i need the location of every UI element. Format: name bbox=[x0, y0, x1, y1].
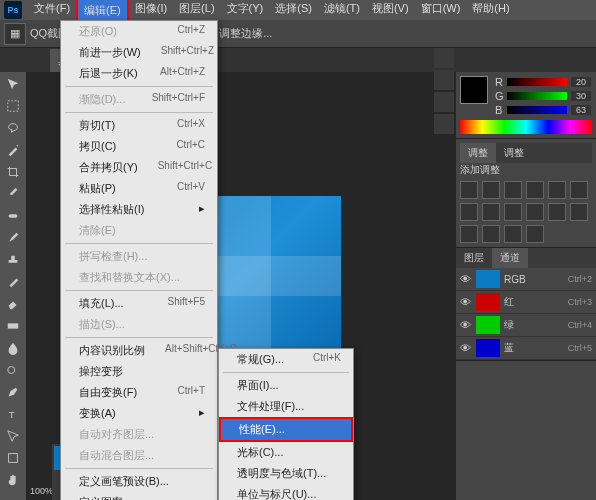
lasso-tool[interactable] bbox=[2, 118, 24, 138]
adj-icon[interactable] bbox=[548, 203, 566, 221]
menu-6[interactable]: 滤镜(T) bbox=[318, 0, 366, 23]
r-value[interactable]: 20 bbox=[571, 77, 591, 87]
adj-icon[interactable] bbox=[482, 225, 500, 243]
menu-item[interactable]: 后退一步(K)Alt+Ctrl+Z bbox=[61, 63, 217, 84]
adjust-tab[interactable]: 调整 bbox=[460, 143, 496, 163]
brush-tool[interactable] bbox=[2, 228, 24, 248]
foreground-swatch[interactable] bbox=[460, 76, 488, 104]
r-slider[interactable] bbox=[507, 78, 567, 86]
b-slider[interactable] bbox=[507, 106, 567, 114]
menu-item: 自动混合图层... bbox=[61, 445, 217, 466]
adj-icon[interactable] bbox=[482, 203, 500, 221]
heal-tool[interactable] bbox=[2, 206, 24, 226]
channel-row[interactable]: 👁红Ctrl+3 bbox=[456, 291, 596, 314]
visibility-icon[interactable]: 👁 bbox=[460, 296, 472, 308]
shape-tool[interactable] bbox=[2, 448, 24, 468]
adj-icon[interactable] bbox=[548, 181, 566, 199]
menu-5[interactable]: 选择(S) bbox=[269, 0, 318, 23]
menu-item[interactable]: 选择性粘贴(I)▸ bbox=[61, 199, 217, 220]
menu-item[interactable]: 单位与标尺(U)... bbox=[219, 484, 353, 500]
visibility-icon[interactable]: 👁 bbox=[460, 273, 472, 285]
hand-tool[interactable] bbox=[2, 470, 24, 490]
menu-item[interactable]: 界面(I)... bbox=[219, 375, 353, 396]
adj-icon[interactable] bbox=[570, 181, 588, 199]
adj-icon[interactable] bbox=[460, 203, 478, 221]
gradient-tool[interactable] bbox=[2, 316, 24, 336]
adjust-tab-2[interactable]: 调整 bbox=[496, 143, 532, 163]
svg-text:T: T bbox=[9, 409, 15, 420]
channel-row[interactable]: 👁RGBCtrl+2 bbox=[456, 268, 596, 291]
menu-item[interactable]: 自由变换(F)Ctrl+T bbox=[61, 382, 217, 403]
menu-8[interactable]: 窗口(W) bbox=[415, 0, 467, 23]
adj-icon[interactable] bbox=[460, 225, 478, 243]
title-bar: Ps 文件(F)编辑(E)图像(I)图层(L)文字(Y)选择(S)滤镜(T)视图… bbox=[0, 0, 596, 20]
wand-tool[interactable] bbox=[2, 140, 24, 160]
channel-row[interactable]: 👁蓝Ctrl+5 bbox=[456, 337, 596, 360]
menu-item[interactable]: 透明度与色域(T)... bbox=[219, 463, 353, 484]
refine-edge-label[interactable]: 调整边缘... bbox=[219, 26, 272, 41]
adj-icon[interactable] bbox=[504, 225, 522, 243]
menu-item: 渐隐(D)...Shift+Ctrl+F bbox=[61, 89, 217, 110]
color-panel: R20 G30 B63 bbox=[456, 72, 596, 139]
menu-item[interactable]: 性能(E)... bbox=[219, 417, 353, 442]
menu-item[interactable]: 操控变形 bbox=[61, 361, 217, 382]
eyedropper-tool[interactable] bbox=[2, 184, 24, 204]
menu-item[interactable]: 内容识别比例Alt+Shift+Ctrl+C bbox=[61, 340, 217, 361]
adj-icon[interactable] bbox=[526, 181, 544, 199]
menu-item[interactable]: 文件处理(F)... bbox=[219, 396, 353, 417]
crop-tool[interactable] bbox=[2, 162, 24, 182]
adj-icon[interactable] bbox=[460, 181, 478, 199]
menu-item[interactable]: 拷贝(C)Ctrl+C bbox=[61, 136, 217, 157]
g-slider[interactable] bbox=[507, 92, 567, 100]
visibility-icon[interactable]: 👁 bbox=[460, 319, 472, 331]
collapsed-panel-icon[interactable] bbox=[434, 70, 454, 90]
toolbox: T bbox=[0, 72, 26, 500]
collapsed-panel-icon[interactable] bbox=[434, 114, 454, 134]
adjustment-icons bbox=[460, 181, 592, 243]
layers-tab[interactable]: 图层 bbox=[456, 248, 492, 268]
move-tool[interactable] bbox=[2, 74, 24, 94]
tool-preset-icon[interactable]: ▦ bbox=[4, 23, 26, 45]
adj-icon[interactable] bbox=[504, 203, 522, 221]
adj-icon[interactable] bbox=[526, 203, 544, 221]
visibility-icon[interactable]: 👁 bbox=[460, 342, 472, 354]
dodge-tool[interactable] bbox=[2, 360, 24, 380]
menu-9[interactable]: 帮助(H) bbox=[466, 0, 515, 23]
b-value[interactable]: 63 bbox=[571, 105, 591, 115]
blur-tool[interactable] bbox=[2, 338, 24, 358]
channel-thumb bbox=[476, 339, 500, 357]
adj-icon[interactable] bbox=[504, 181, 522, 199]
adj-icon[interactable] bbox=[526, 225, 544, 243]
menu-item[interactable]: 合并拷贝(Y)Shift+Ctrl+C bbox=[61, 157, 217, 178]
menu-item[interactable]: 前进一步(W)Shift+Ctrl+Z bbox=[61, 42, 217, 63]
type-tool[interactable]: T bbox=[2, 404, 24, 424]
adj-icon[interactable] bbox=[482, 181, 500, 199]
menu-item[interactable]: 常规(G)...Ctrl+K bbox=[219, 349, 353, 370]
color-spectrum[interactable] bbox=[460, 120, 592, 134]
pen-tool[interactable] bbox=[2, 382, 24, 402]
adj-icon[interactable] bbox=[570, 203, 588, 221]
eraser-tool[interactable] bbox=[2, 294, 24, 314]
menu-item[interactable]: 定义画笔预设(B)... bbox=[61, 471, 217, 492]
channels-tab[interactable]: 通道 bbox=[492, 248, 528, 268]
menu-7[interactable]: 视图(V) bbox=[366, 0, 415, 23]
path-tool[interactable] bbox=[2, 426, 24, 446]
menu-item[interactable]: 变换(A)▸ bbox=[61, 403, 217, 424]
g-value[interactable]: 30 bbox=[571, 91, 591, 101]
channel-row[interactable]: 👁绿Ctrl+4 bbox=[456, 314, 596, 337]
menu-item[interactable]: 光标(C)... bbox=[219, 442, 353, 463]
menu-item[interactable]: 定义图案... bbox=[61, 492, 217, 500]
collapsed-panel-icon[interactable] bbox=[434, 92, 454, 112]
menu-4[interactable]: 文字(Y) bbox=[221, 0, 270, 23]
zoom-level[interactable]: 100% bbox=[30, 486, 53, 496]
collapsed-panel-icon[interactable] bbox=[434, 48, 454, 68]
menu-item[interactable]: 填充(L)...Shift+F5 bbox=[61, 293, 217, 314]
menu-item: 查找和替换文本(X)... bbox=[61, 267, 217, 288]
menu-item[interactable]: 粘贴(P)Ctrl+V bbox=[61, 178, 217, 199]
history-brush-tool[interactable] bbox=[2, 272, 24, 292]
marquee-tool[interactable] bbox=[2, 96, 24, 116]
menu-item: 还原(O)Ctrl+Z bbox=[61, 21, 217, 42]
stamp-tool[interactable] bbox=[2, 250, 24, 270]
menu-item[interactable]: 剪切(T)Ctrl+X bbox=[61, 115, 217, 136]
channel-thumb bbox=[476, 270, 500, 288]
